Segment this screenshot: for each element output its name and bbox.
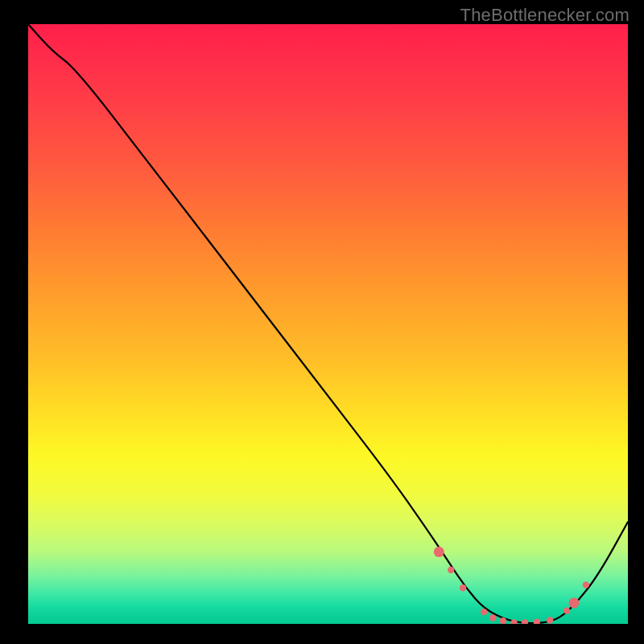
highlight-point	[448, 567, 454, 573]
highlight-point	[460, 584, 466, 591]
highlight-point	[569, 597, 580, 608]
highlight-point	[564, 607, 570, 613]
highlight-point	[434, 547, 444, 557]
bottleneck-curve	[28, 24, 628, 623]
plot-area	[28, 24, 628, 624]
marker-group	[434, 547, 589, 624]
highlight-point	[583, 581, 589, 588]
highlight-point	[481, 609, 487, 615]
chart-frame: TheBottlenecker.com	[0, 0, 644, 644]
highlight-point	[489, 614, 496, 621]
curve-layer	[28, 24, 628, 624]
attribution-text: TheBottlenecker.com	[460, 5, 630, 26]
highlight-point	[547, 617, 553, 623]
highlight-point	[522, 619, 528, 624]
highlight-point	[534, 619, 540, 624]
